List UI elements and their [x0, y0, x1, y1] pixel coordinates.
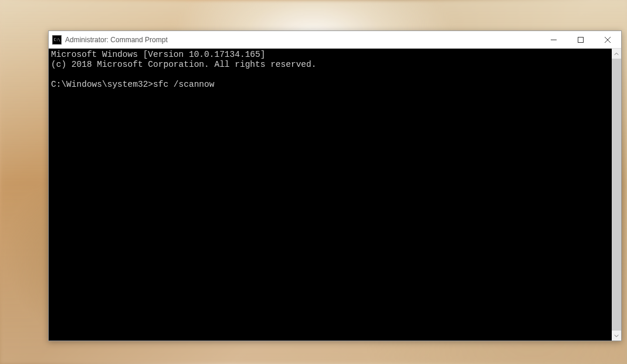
command-prompt-window: C:\ Administrator: Command Prompt Micros…	[48, 30, 622, 341]
chevron-down-icon	[614, 334, 619, 338]
maximize-icon	[578, 37, 584, 43]
terminal-body: Microsoft Windows [Version 10.0.17134.16…	[49, 49, 621, 341]
copyright-line: (c) 2018 Microsoft Corporation. All righ…	[51, 60, 316, 69]
titlebar[interactable]: C:\ Administrator: Command Prompt	[49, 31, 621, 49]
minimize-icon	[551, 37, 557, 43]
vertical-scrollbar[interactable]	[612, 49, 621, 341]
svg-rect-1	[578, 37, 584, 42]
maximize-button[interactable]	[567, 31, 594, 48]
app-icon: C:\	[52, 35, 62, 45]
close-icon	[605, 37, 611, 43]
scroll-track[interactable]	[612, 59, 621, 331]
window-controls	[540, 31, 621, 48]
version-line: Microsoft Windows [Version 10.0.17134.16…	[51, 50, 265, 59]
close-button[interactable]	[594, 31, 621, 48]
window-title: Administrator: Command Prompt	[65, 36, 540, 44]
chevron-up-icon	[614, 52, 619, 56]
command-input: sfc /scannow	[153, 80, 214, 89]
scroll-up-button[interactable]	[612, 49, 621, 59]
minimize-button[interactable]	[540, 31, 567, 48]
terminal-output[interactable]: Microsoft Windows [Version 10.0.17134.16…	[49, 49, 612, 341]
prompt-text: C:\Windows\system32>	[51, 80, 153, 89]
scroll-down-button[interactable]	[612, 331, 621, 341]
scroll-thumb[interactable]	[612, 59, 621, 331]
